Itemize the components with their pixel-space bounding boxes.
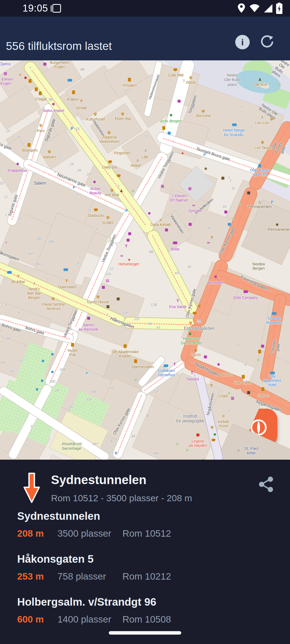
map-label: Dalia Kebab xyxy=(150,222,171,227)
map-label: St. Paul kirke xyxy=(244,446,259,455)
map-canvas[interactable]: VaskerelvenVaskerelvenTorggatenVestre To… xyxy=(0,60,290,460)
map-label: Elven Bar xyxy=(115,116,131,121)
map-poi-icon: ψ xyxy=(96,294,99,298)
map-label: 27 xyxy=(31,425,34,429)
map-poi-dot-icon xyxy=(51,371,54,373)
map-poi-icon: Y xyxy=(211,235,213,239)
shelter-name: Holbergsalm. v/Strandgt 96 xyxy=(17,596,275,608)
map-label: 43 xyxy=(175,271,179,275)
map-label: 28 xyxy=(55,389,59,393)
map-poi-mug-icon xyxy=(242,375,245,379)
map-label: Ramm av Ramsvik xyxy=(79,323,98,331)
map-poi-icon: ψ xyxy=(52,296,55,300)
map-poi-dot-icon xyxy=(135,379,137,381)
map-poi-sq-icon xyxy=(247,192,250,195)
map-poi-icon: ♪ xyxy=(261,115,263,119)
map-poi-icon: ▦ xyxy=(161,184,164,188)
map-label: Kråken xyxy=(67,97,79,101)
map-label: 5 xyxy=(33,130,35,134)
share-button[interactable] xyxy=(258,476,274,492)
map-poi-dot-icon xyxy=(278,83,281,86)
map-label: 59T xyxy=(92,442,98,446)
map-label: Synsam xyxy=(189,208,202,213)
map-label: Hot Wok xyxy=(105,193,119,197)
map-poi-icon: ⌂ xyxy=(258,200,261,204)
map-label: Lille xyxy=(142,155,148,159)
map-label: 15 xyxy=(19,359,23,363)
nav-handle[interactable] xyxy=(109,631,181,635)
shelter-capacity: 3500 plasser xyxy=(57,528,122,539)
map-poi-sq-icon xyxy=(228,223,231,226)
info-button[interactable]: i xyxy=(235,35,250,49)
map-label: Legene på Høyden xyxy=(189,439,207,448)
map-poi-cup-icon xyxy=(94,208,98,211)
map-label: 30A xyxy=(86,398,92,402)
map-label: 26B xyxy=(35,237,41,241)
map-poi-icon: ψ xyxy=(261,140,264,144)
map-poi-bed-icon xyxy=(68,79,72,82)
map-label: Hotel Norge by Scandic xyxy=(223,128,245,137)
refresh-button[interactable] xyxy=(259,34,274,49)
map-poi-sq-icon xyxy=(107,305,110,308)
map-label: 3B xyxy=(48,98,53,102)
map-label: Pingvinen xyxy=(114,151,130,155)
map-label: Eva Sandi xyxy=(169,305,186,309)
map-label: 7-Eleven Engen xyxy=(0,77,13,86)
map-label: Downstairs xyxy=(58,285,76,289)
map-poi-dot-icon xyxy=(36,388,38,391)
map-poi-icon: + xyxy=(181,151,184,156)
map-poi-mug-icon xyxy=(124,344,127,348)
map-poi-icon: ψ xyxy=(270,116,273,120)
map-label: Ginialt xyxy=(76,106,87,110)
map-poi-dot-icon xyxy=(42,360,44,362)
map-poi-dot-icon xyxy=(52,103,55,105)
map-poi-dot-icon xyxy=(218,363,220,366)
map-poi-sq-icon xyxy=(168,132,171,135)
map-label: 55 xyxy=(110,386,114,390)
list-item[interactable]: Holbergsalm. v/Strandgt 96 600 m 1400 pl… xyxy=(17,596,275,625)
map-label: Permanenten xyxy=(248,204,272,209)
map-poi-dot-icon xyxy=(276,224,278,226)
selected-shelter-title: Sydnestunnelen xyxy=(51,473,146,487)
map-label: 26A xyxy=(27,252,33,256)
map-label: Privaten xyxy=(123,83,136,87)
map-label: Sofa Company xyxy=(233,295,258,300)
map-poi-bed-icon xyxy=(232,123,237,126)
map-label: 13 xyxy=(22,345,26,349)
wifi-icon xyxy=(249,4,260,13)
map-label: 22 xyxy=(59,156,63,160)
map-poi-dot-icon xyxy=(232,218,234,220)
map-label: BrukBar xyxy=(12,280,25,284)
map-poi-sq-icon xyxy=(178,100,181,103)
shelter-list: Sydnestunnelen 208 m 3500 plasser Rom 10… xyxy=(17,510,275,639)
map-label: 34 xyxy=(131,434,135,438)
map-label: Chagal xyxy=(35,97,47,101)
map-poi-dot-icon xyxy=(24,77,27,79)
map-label: 22 xyxy=(236,343,240,347)
map-poi-icon: ψ xyxy=(189,320,192,324)
selected-shelter-row[interactable]: Sydnestunnelen Rom 10512 - 3500 plasser … xyxy=(0,470,290,505)
map-route-dash xyxy=(127,323,196,325)
map-label: 13 xyxy=(75,127,79,131)
map-poi-icon: ≡ xyxy=(159,218,162,222)
map-label: Ole Bull xyxy=(253,82,267,87)
map-poi-bed-icon xyxy=(272,312,277,315)
map-poi-icon: ♪ xyxy=(5,240,7,244)
shelter-panel: Sydnestunnelen Rom 10512 - 3500 plasser … xyxy=(0,460,290,644)
map-label: 36A xyxy=(152,452,158,456)
map-label: 12 xyxy=(109,267,113,271)
map-poi-icon: ♟ xyxy=(119,189,123,193)
map-label: 17 xyxy=(4,195,8,199)
map-label: P xyxy=(73,185,75,189)
map-label: Knappebua xyxy=(8,168,27,173)
map-poi-icon: + xyxy=(128,257,131,262)
map-poi-icon: T xyxy=(176,299,179,303)
list-item[interactable]: Håkonsgaten 5 253 m 758 plasser Rom 1021… xyxy=(17,553,275,582)
map-poi-dot-icon xyxy=(41,380,44,382)
map-label: 24 xyxy=(70,162,74,166)
map-label: 26 xyxy=(77,169,81,173)
map-poi-dot-icon xyxy=(228,392,230,394)
list-item[interactable]: Sydnestunnelen 208 m 3500 plasser Rom 10… xyxy=(17,510,275,539)
map-poi-icon: Y xyxy=(80,99,83,103)
map-poi-mug-icon xyxy=(35,87,38,91)
